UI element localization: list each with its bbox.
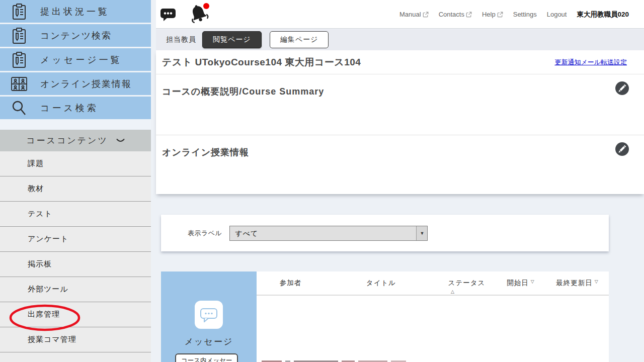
sidebar-item-label: コース検索 bbox=[40, 102, 99, 114]
column-label: 最終更新日 bbox=[556, 279, 593, 288]
sidebar-item-label: 提出状況一覧 bbox=[40, 6, 110, 18]
sidebar-section-course-contents[interactable]: コースコンテンツ bbox=[0, 130, 151, 151]
section-title: コースの概要説明/Course Summary bbox=[162, 85, 324, 98]
search-icon bbox=[9, 100, 29, 116]
clipped-text-fragment bbox=[262, 360, 406, 362]
column-header-title: タイトル bbox=[325, 272, 438, 295]
clipboard-icon bbox=[9, 27, 29, 44]
column-label: 開始日 bbox=[507, 279, 529, 288]
sidebar-item-class-session-management[interactable]: 授業コマ管理 bbox=[0, 327, 151, 352]
column-label: 参加者 bbox=[280, 279, 302, 288]
external-link-icon bbox=[497, 12, 503, 18]
menu-item-label: 掲示板 bbox=[28, 259, 52, 269]
section-title: オンライン授業情報 bbox=[162, 146, 249, 158]
sidebar-item-message-list[interactable]: メッセージ一覧 bbox=[0, 48, 151, 71]
section-course-summary: コースの概要説明/Course Summary bbox=[156, 74, 644, 135]
external-link-icon bbox=[423, 12, 429, 18]
column-header-participants: 参加者 bbox=[257, 272, 325, 295]
column-label: ステータス bbox=[448, 279, 486, 288]
display-label-filter-panel: 表示ラベル すべて ▼ bbox=[161, 215, 609, 251]
online-class-icon bbox=[9, 76, 29, 92]
sidebar-item-external-tools[interactable]: 外部ツール bbox=[0, 277, 151, 302]
manual-link[interactable]: Manual bbox=[399, 11, 429, 18]
section-online-class-info: オンライン授業情報 bbox=[156, 135, 644, 194]
menu-item-label: 外部ツール bbox=[28, 285, 68, 294]
top-header: Manual Contacts Help Settings bbox=[156, 0, 644, 29]
menu-item-label: 教材 bbox=[28, 184, 44, 194]
display-label-select[interactable]: すべて ▼ bbox=[229, 226, 428, 241]
section-header-label: コースコンテンツ bbox=[26, 135, 108, 146]
sort-asc-icon[interactable]: △ bbox=[451, 289, 455, 294]
sidebar-item-label: コンテンツ検索 bbox=[40, 30, 112, 42]
message-category-label: メッセージ bbox=[161, 336, 257, 347]
menu-item-label: テスト bbox=[28, 209, 52, 219]
sidebar-item-tests[interactable]: テスト bbox=[0, 202, 151, 227]
course-title-row: テスト UTokyoCourse104 東大用コース104 更新通知メール転送設… bbox=[156, 50, 644, 74]
sort-desc-icon[interactable]: ▽ bbox=[531, 279, 535, 284]
course-contents-menu: 課題 教材 テスト アンケート 掲示板 外部ツール 出席管理 授業コマ管理 bbox=[0, 151, 151, 362]
message-category-cell[interactable]: メッセージ コース内メッセー bbox=[161, 272, 257, 362]
settings-link[interactable]: Settings bbox=[513, 11, 537, 18]
edit-pencil-button[interactable] bbox=[615, 142, 629, 156]
update-mail-forward-link[interactable]: 更新通知メール転送設定 bbox=[554, 58, 627, 67]
chat-bubble-icon bbox=[200, 307, 218, 322]
column-label: タイトル bbox=[366, 279, 396, 288]
messages-table-panel: メッセージ コース内メッセー 参加者 タイトル ステータス △ 開始日 ▽ bbox=[161, 272, 609, 362]
tab-row: 担当教員 閲覧ページ 編集ページ bbox=[156, 29, 644, 50]
messages-icon[interactable] bbox=[160, 7, 176, 22]
user-name: 東大用教職員020 bbox=[577, 10, 629, 19]
messages-table: 参加者 タイトル ステータス △ 開始日 ▽ 最終更新日 ▽ bbox=[257, 272, 609, 362]
sidebar-item-course-search[interactable]: コース検索 bbox=[0, 97, 151, 119]
clipboard-icon bbox=[9, 51, 29, 68]
menu-item-label: 課題 bbox=[28, 159, 44, 168]
sidebar-item-assignments[interactable]: 課題 bbox=[0, 151, 151, 176]
course-content-block: テスト UTokyoCourse104 東大用コース104 更新通知メール転送設… bbox=[156, 50, 644, 194]
select-value: すべて bbox=[235, 226, 258, 240]
message-tooltip: コース内メッセー bbox=[175, 353, 238, 362]
logout-link[interactable]: Logout bbox=[547, 11, 567, 18]
message-card bbox=[195, 301, 223, 329]
chevron-down-icon bbox=[116, 138, 125, 143]
sidebar-item-label: オンライン授業情報 bbox=[40, 78, 132, 90]
edit-pencil-button[interactable] bbox=[615, 81, 629, 95]
sidebar-item-surveys[interactable]: アンケート bbox=[0, 227, 151, 252]
column-header-last-updated[interactable]: 最終更新日 ▽ bbox=[546, 272, 609, 295]
notifications-bell-icon[interactable] bbox=[189, 2, 210, 24]
logout-link-label: Logout bbox=[547, 11, 567, 18]
tab-view-page[interactable]: 閲覧ページ bbox=[202, 31, 262, 48]
sidebar-item-submission-status[interactable]: 提出状況一覧 bbox=[0, 0, 151, 23]
sidebar-item-attendance-management[interactable]: 出席管理 bbox=[0, 302, 151, 327]
sidebar-gap bbox=[0, 121, 151, 130]
menu-item-label: アンケート bbox=[28, 234, 68, 244]
settings-link-label: Settings bbox=[513, 11, 537, 18]
table-header-row: 参加者 タイトル ステータス △ 開始日 ▽ 最終更新日 ▽ bbox=[257, 272, 609, 296]
help-link-label: Help bbox=[482, 11, 496, 18]
page-title: テスト UTokyoCourse104 東大用コース104 bbox=[162, 56, 361, 69]
sidebar: 提出状況一覧 コンテンツ検索 メッセージ一覧 bbox=[0, 0, 151, 362]
sidebar-item-online-class-info[interactable]: オンライン授業情報 bbox=[0, 72, 151, 95]
sidebar-item-content-search[interactable]: コンテンツ検索 bbox=[0, 24, 151, 47]
clipboard-icon bbox=[9, 3, 29, 20]
help-link[interactable]: Help bbox=[482, 11, 503, 18]
menu-item-label: 授業コマ管理 bbox=[28, 335, 76, 344]
main-area: Manual Contacts Help Settings bbox=[156, 0, 644, 362]
sort-desc-icon[interactable]: ▽ bbox=[595, 279, 599, 284]
manual-link-label: Manual bbox=[399, 11, 421, 18]
sidebar-item-label: メッセージ一覧 bbox=[40, 54, 122, 66]
role-label: 担当教員 bbox=[166, 35, 196, 44]
filter-label: 表示ラベル bbox=[188, 229, 222, 238]
menu-item-label: 出席管理 bbox=[28, 310, 60, 319]
select-dropdown-arrow-icon[interactable]: ▼ bbox=[416, 226, 427, 240]
contacts-link[interactable]: Contacts bbox=[439, 11, 472, 18]
tab-edit-page[interactable]: 編集ページ bbox=[270, 31, 329, 48]
sidebar-item-materials[interactable]: 教材 bbox=[0, 176, 151, 202]
sidebar-item-bulletin-board[interactable]: 掲示板 bbox=[0, 252, 151, 277]
column-header-start-date[interactable]: 開始日 ▽ bbox=[496, 272, 546, 295]
contacts-link-label: Contacts bbox=[439, 11, 464, 18]
column-header-status[interactable]: ステータス △ bbox=[438, 272, 496, 295]
notification-badge bbox=[203, 3, 209, 9]
external-link-icon bbox=[466, 12, 472, 18]
header-nav: Manual Contacts Help Settings bbox=[399, 0, 629, 29]
